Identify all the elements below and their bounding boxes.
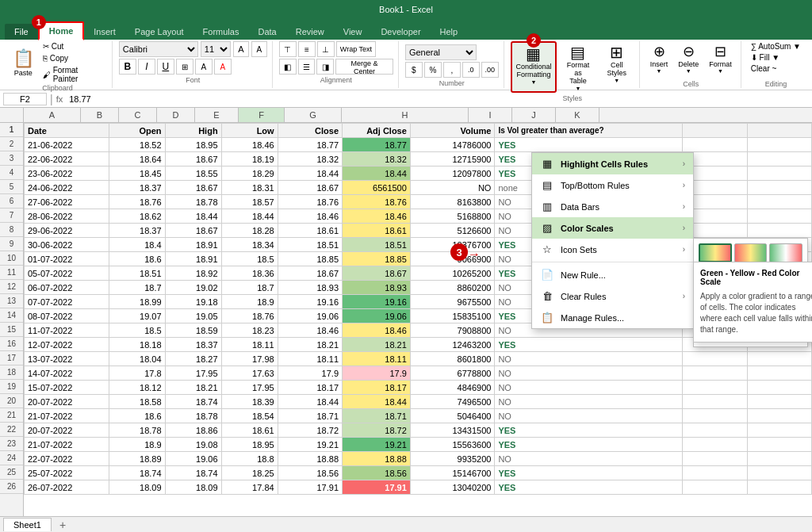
col-header-f[interactable]: F bbox=[239, 108, 285, 122]
font-size-select[interactable]: 11 bbox=[201, 41, 231, 57]
decrease-font-button[interactable]: A bbox=[251, 41, 267, 57]
tab-insert[interactable]: Insert bbox=[84, 24, 125, 40]
conditional-formatting-button[interactable]: ▦ ConditionalFormatting ▼ 2 bbox=[511, 41, 557, 93]
color-scale-tooltip: Green - Yellow - Red Color Scale Apply a… bbox=[693, 262, 812, 343]
sheet-tabs: Sheet1 + bbox=[0, 516, 812, 532]
col-header-d[interactable]: D bbox=[157, 108, 195, 122]
cf-menu-item-data-bars[interactable]: ▥ Data Bars › bbox=[532, 196, 693, 217]
tab-developer[interactable]: Developer bbox=[371, 24, 430, 40]
col-header-h[interactable]: H bbox=[342, 108, 469, 122]
step-1: 1 bbox=[32, 15, 46, 29]
font-color-button[interactable]: A bbox=[214, 59, 232, 75]
bold-button[interactable]: B bbox=[119, 59, 136, 75]
font-group: Calibri 11 A A B I U ⊞ A A Font bbox=[114, 41, 273, 88]
tab-page-layout[interactable]: Page Layout bbox=[125, 24, 193, 40]
cf-menu-item-color-scales[interactable]: ▨ Color Scales › bbox=[532, 217, 693, 239]
add-sheet-button[interactable]: + bbox=[53, 517, 72, 533]
title-bar-title: Book1 - Excel bbox=[8, 5, 804, 14]
align-bottom-button[interactable]: ⊥ bbox=[317, 41, 335, 57]
autosum-button[interactable]: ∑ AutoSum ▼ bbox=[748, 41, 804, 52]
sheet-tab-1[interactable]: Sheet1 bbox=[3, 518, 52, 531]
cf-menu-item-highlight-cells[interactable]: ▦ Highlight Cells Rules › bbox=[532, 153, 693, 174]
table-row: 21-07-202218.618.7818.5418.7118.71504640… bbox=[25, 409, 812, 423]
col-header-c[interactable]: C bbox=[119, 108, 157, 122]
cell-reference-input[interactable] bbox=[3, 93, 47, 105]
col-header-a[interactable]: A bbox=[24, 108, 81, 122]
title-bar: Book1 - Excel bbox=[0, 0, 812, 19]
table-row: 20-07-202218.5818.7418.3918.4418.4474965… bbox=[25, 395, 812, 409]
cell-styles-button[interactable]: ⊞ CellStyles ▼ bbox=[599, 41, 634, 93]
increase-decimal-button[interactable]: .0 bbox=[462, 62, 480, 78]
italic-button[interactable]: I bbox=[138, 59, 155, 75]
cf-menu-item-clear-rules[interactable]: 🗑 Clear Rules › bbox=[532, 285, 693, 307]
align-right-button[interactable]: ◨ bbox=[316, 59, 334, 75]
align-left-button[interactable]: ◧ bbox=[279, 59, 297, 75]
align-center-button[interactable]: ☰ bbox=[298, 59, 316, 75]
formula-bar: | fx bbox=[0, 90, 812, 108]
cells-group: ⊕ Insert ▼ ⊖ Delete ▼ ⊟ Format ▼ Cells bbox=[642, 41, 741, 88]
number-format-select[interactable]: General bbox=[405, 44, 477, 60]
fill-button[interactable]: ⬇ Fill ▼ bbox=[748, 52, 804, 63]
table-row: 22-07-202218.8919.0618.818.8818.88993520… bbox=[25, 452, 812, 466]
fill-color-button[interactable]: A bbox=[195, 59, 213, 75]
copy-button[interactable]: ⎘ Copy bbox=[40, 53, 107, 63]
merge-center-button[interactable]: Merge & Center bbox=[335, 59, 393, 75]
delete-button[interactable]: ⊖ Delete ▼ bbox=[674, 41, 703, 78]
cf-menu-item-manage-rules[interactable]: 📋 Manage Rules... bbox=[532, 307, 693, 328]
col-header-k[interactable]: K bbox=[556, 108, 599, 122]
format-painter-button[interactable]: 🖌 Format Painter bbox=[40, 65, 107, 84]
decrease-decimal-button[interactable]: .00 bbox=[481, 62, 499, 78]
header-row: Date Open High Low Close Adj Close Volum… bbox=[25, 124, 812, 138]
cf-menu-item-top-bottom[interactable]: ▤ Top/Bottom Rules › bbox=[532, 174, 693, 196]
cf-menu-item-new-rule[interactable]: 📄 New Rule... bbox=[532, 264, 693, 285]
clear-button[interactable]: Clear ~ bbox=[748, 63, 804, 74]
align-middle-button[interactable]: ≡ bbox=[298, 41, 316, 57]
cf-menu-item-icon-sets[interactable]: ☆ Icon Sets › bbox=[532, 239, 693, 260]
col-header-g[interactable]: G bbox=[285, 108, 342, 122]
color-scale-gyr[interactable] bbox=[699, 243, 732, 262]
insert-button[interactable]: ⊕ Insert ▼ bbox=[646, 41, 672, 78]
table-row: 26-07-202218.0918.0917.8417.9117.9113040… bbox=[25, 480, 812, 495]
number-group: General $ % , .0 .00 Number bbox=[400, 41, 504, 88]
tab-review[interactable]: Review bbox=[286, 24, 334, 40]
step-2: 2 bbox=[527, 33, 541, 48]
font-select[interactable]: Calibri bbox=[119, 41, 198, 57]
col-header-e[interactable]: E bbox=[195, 108, 239, 122]
col-header-j[interactable]: J bbox=[512, 108, 556, 122]
increase-font-button[interactable]: A bbox=[233, 41, 249, 57]
table-row: 25-07-202218.7418.7418.2518.5618.5615146… bbox=[25, 466, 812, 480]
ribbon-content: 📋 Paste ✂ Cut ⎘ Copy 🖌 Format Painter Cl… bbox=[0, 40, 812, 90]
underline-button[interactable]: U bbox=[157, 59, 174, 75]
clipboard-group: 📋 Paste ✂ Cut ⎘ Copy 🖌 Format Painter Cl… bbox=[3, 41, 113, 88]
col-header-b[interactable]: B bbox=[81, 108, 119, 122]
tab-home[interactable]: Home 1 bbox=[38, 21, 85, 40]
align-top-button[interactable]: ⊤ bbox=[279, 41, 297, 57]
comma-button[interactable]: , bbox=[443, 62, 461, 78]
table-row: 21-07-202218.919.0818.9519.2119.21155636… bbox=[25, 438, 812, 452]
color-scale-ryg[interactable] bbox=[734, 243, 768, 262]
col-header-i[interactable]: I bbox=[469, 108, 512, 122]
paste-button[interactable]: 📋 Paste bbox=[8, 47, 39, 78]
format-as-table-button[interactable]: ▤ Format asTable ▼ bbox=[559, 41, 597, 93]
row-numbers: 1 2 3 4 5 6 7 8 9 10 11 12 13 14 15 16 1… bbox=[0, 123, 24, 516]
table-row: 13-07-202218.0418.2717.9818.1118.1186018… bbox=[25, 352, 812, 366]
step-3-arrow: → bbox=[468, 247, 481, 262]
step-3-marker: 3 bbox=[450, 243, 468, 261]
alignment-group: ⊤ ≡ ⊥ Wrap Text ◧ ☰ ◨ Merge & Center Ali… bbox=[274, 41, 399, 88]
tooltip-body: Apply a color gradient to a range of cel… bbox=[700, 291, 812, 335]
editing-group: ∑ AutoSum ▼ ⬇ Fill ▼ Clear ~ Editing bbox=[743, 41, 809, 88]
tab-view[interactable]: View bbox=[334, 24, 372, 40]
cut-button[interactable]: ✂ Cut bbox=[40, 41, 107, 52]
format-button[interactable]: ⊟ Format ▼ bbox=[705, 41, 736, 78]
borders-button[interactable]: ⊞ bbox=[176, 59, 193, 75]
tab-data[interactable]: Data bbox=[248, 24, 285, 40]
wrap-text-button[interactable]: Wrap Text bbox=[336, 41, 376, 57]
tab-formulas[interactable]: Formulas bbox=[193, 24, 249, 40]
tab-help[interactable]: Help bbox=[431, 24, 468, 40]
formula-input[interactable] bbox=[66, 94, 809, 105]
percent-button[interactable]: % bbox=[424, 62, 442, 78]
currency-button[interactable]: $ bbox=[405, 62, 423, 78]
ribbon-tabs: File Home 1 Insert Page Layout Formulas … bbox=[0, 19, 812, 40]
corner-cell bbox=[0, 108, 24, 122]
color-scale-gbr[interactable] bbox=[769, 243, 802, 262]
